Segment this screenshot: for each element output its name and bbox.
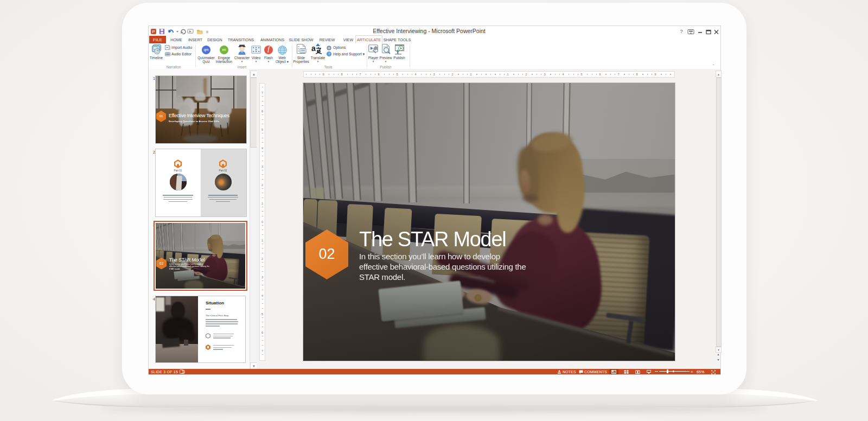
svg-text:?: ? (680, 29, 682, 34)
